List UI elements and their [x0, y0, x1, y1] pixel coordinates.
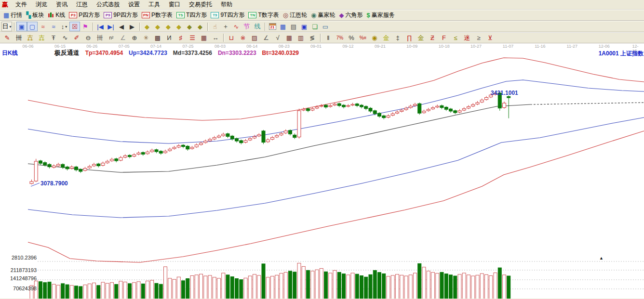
dropdown-caret-icon[interactable]: ▾	[65, 25, 67, 29]
wave-mark-tool-icon[interactable]: И	[163, 33, 175, 43]
menu-item-0[interactable]: 文件	[11, 0, 31, 9]
single-window-icon[interactable]: ▢	[27, 22, 38, 31]
sectors-button[interactable]: ▚板块	[24, 11, 46, 20]
compress-h-icon[interactable]: ◆	[174, 22, 184, 31]
calculator-icon[interactable]: ▦	[278, 22, 288, 31]
winner-service-button[interactable]: $赢家服务	[364, 11, 396, 20]
circle-section-tool-icon[interactable]: ⊖	[82, 33, 94, 43]
zoom-left-icon[interactable]: ◆	[142, 22, 152, 31]
prev-bar-icon[interactable]: ◀	[116, 22, 127, 31]
percent-red-icon[interactable]: 7%	[334, 33, 346, 43]
gold-circle-icon[interactable]: ◉	[369, 33, 380, 43]
gann-grid-gold-tool-icon[interactable]: 壵	[25, 33, 36, 43]
circle-section-tool-icon-glyph: ⊖	[86, 34, 91, 41]
percent-lines-icon[interactable]: %≡	[357, 33, 369, 43]
candle-style-icon[interactable]: ↕▾	[59, 22, 69, 31]
slope-icon[interactable]: ≤	[450, 33, 461, 43]
zigzag-tool-icon[interactable]: ≶	[307, 33, 318, 43]
menu-item-1[interactable]: 浏览	[31, 0, 52, 9]
menu-item-8[interactable]: 交易委托	[185, 0, 216, 9]
rays-tool-icon[interactable]: ※	[237, 33, 249, 43]
export-icon[interactable]: ▭	[320, 22, 331, 31]
channel-icon[interactable]: ≥	[473, 33, 484, 43]
red-band-tool-icon[interactable]: ☰	[187, 33, 198, 43]
bolt-icon[interactable]: ‡	[392, 33, 403, 43]
spiral-tool-icon[interactable]: ∿	[59, 33, 71, 43]
node-tool-icon[interactable]: 节	[242, 22, 252, 31]
grid4-tool-icon[interactable]: ▦	[283, 33, 295, 43]
price-box-tool-icon[interactable]: ⊔	[226, 33, 237, 43]
menu-item-7[interactable]: 窗口	[164, 0, 185, 9]
fan-icon[interactable]: ⊻	[484, 33, 496, 43]
save-icon[interactable]: ▣	[299, 22, 309, 31]
crosshair-tool-icon[interactable]: ＋	[220, 22, 231, 31]
window-mode-icon[interactable]: ▣	[16, 22, 27, 31]
dropdown-caret-icon[interactable]: ▾	[9, 25, 11, 29]
grid5-tool-icon[interactable]: ▥	[295, 33, 307, 43]
gold2-icon[interactable]: 金	[415, 33, 427, 43]
circle-cross-tool-icon[interactable]: ⊕	[129, 33, 140, 43]
hexagon-button[interactable]: ◆六角形	[337, 11, 364, 20]
t-table-button[interactable]: TNT数字表	[246, 11, 281, 20]
stock-select-icon[interactable]: ☒	[69, 22, 80, 31]
hlines-tool-icon[interactable]: 卌	[94, 33, 106, 43]
p-table-button[interactable]: PNP数字表	[140, 11, 174, 20]
speed-line-icon[interactable]: 迷	[461, 33, 473, 43]
volume-compare-icon[interactable]: ‖	[322, 33, 334, 43]
percent-icon[interactable]: %	[346, 33, 357, 43]
menu-item-5[interactable]: 设置	[124, 0, 144, 9]
trend-large-icon[interactable]: ≈	[48, 22, 59, 31]
pencil-lines-tool-icon[interactable]: ∠	[260, 33, 272, 43]
t-square-button[interactable]: TST四方形	[174, 11, 209, 20]
layers-icon[interactable]: ❏	[309, 22, 320, 31]
chart-region[interactable]: 06-0606-1506-2607-0507-1407-2508-0308-14…	[0, 43, 644, 299]
chart-canvas[interactable]	[0, 43, 644, 299]
tbar-tool-icon[interactable]: Ŧ	[48, 33, 59, 43]
menu-item-9[interactable]: 帮助	[216, 0, 237, 9]
hatch-tool-icon[interactable]: ▩	[152, 33, 163, 43]
next-bar-icon[interactable]: ▶	[127, 22, 137, 31]
gold-line-icon[interactable]: 金	[380, 33, 392, 43]
marker-tool-icon[interactable]: ✐	[71, 33, 82, 43]
zoom-in-icon[interactable]: ◆	[184, 22, 195, 31]
ninep-square-button[interactable]: P99P四方形	[102, 11, 140, 20]
j-line-icon[interactable]: Ƶ	[427, 33, 438, 43]
first-page-icon[interactable]: |◀	[95, 22, 106, 31]
ninet-square-button[interactable]: T99T四方形	[209, 11, 246, 20]
calendar-icon[interactable]: 21	[267, 22, 278, 31]
pen-tool-icon[interactable]: ✎	[1, 33, 13, 43]
nsquare-tool-icon[interactable]: n²	[106, 33, 117, 43]
last-page-icon[interactable]: ▶|	[106, 22, 116, 31]
f-line-icon[interactable]: F	[438, 33, 450, 43]
pillar-icon[interactable]: ∏	[403, 33, 415, 43]
gann-wheel-button[interactable]: ◎江恩轮	[281, 11, 309, 20]
menu-item-6[interactable]: 工具	[144, 0, 164, 9]
zoom-out-icon[interactable]: ◆	[195, 22, 205, 31]
kline-button[interactable]: K线	[46, 11, 67, 20]
line-tool-icon[interactable]: 线	[252, 22, 263, 31]
flag-icon[interactable]: ⚑	[80, 22, 91, 31]
width-tool-icon[interactable]: ↔	[210, 33, 221, 43]
quotes-button[interactable]: ▦行情	[1, 11, 24, 20]
red-grid-tool-icon[interactable]: ♯	[175, 33, 187, 43]
menu-item-4[interactable]: 公式选股	[92, 0, 124, 9]
gann-grid2-tool-icon[interactable]: 壵	[36, 33, 48, 43]
wave-draw-icon[interactable]: ∿	[231, 22, 242, 31]
shade-tool-icon[interactable]: ▨	[249, 33, 260, 43]
p-square-button[interactable]: P3P四方形	[67, 11, 102, 20]
expand-h-icon[interactable]: ◆	[163, 22, 174, 31]
comb-grid-tool-icon[interactable]: 卌	[13, 33, 25, 43]
winner-wheel-button[interactable]: ◉赢家轮	[309, 11, 337, 20]
notes-icon[interactable]: ▤	[288, 22, 299, 31]
table-tool-icon[interactable]: ▦	[198, 33, 210, 43]
hand-tool-icon[interactable]: ☝	[210, 22, 220, 31]
vee-tool-icon[interactable]: √	[272, 33, 283, 43]
menu-item-2[interactable]: 资讯	[52, 0, 72, 9]
chart-header: 日K线极反通道Tp=3470.4954Up=3424.7723Md=3373.4…	[2, 49, 305, 56]
menu-item-3[interactable]: 江恩	[72, 0, 92, 9]
period-dropdown[interactable]: 日▾	[1, 22, 12, 31]
angle-tool-icon[interactable]: ∠	[117, 33, 129, 43]
trend-small-icon[interactable]: ≈	[38, 22, 48, 31]
zoom-right-icon[interactable]: ◆	[152, 22, 163, 31]
star-tool-icon[interactable]: ✳	[140, 33, 152, 43]
